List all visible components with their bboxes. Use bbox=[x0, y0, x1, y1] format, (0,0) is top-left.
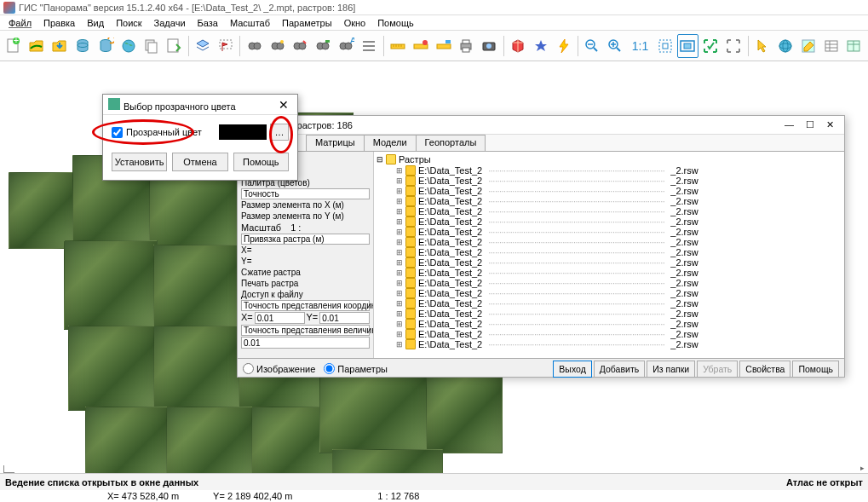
help-button-2[interactable]: Помощь bbox=[792, 361, 839, 378]
star-icon[interactable] bbox=[530, 34, 551, 58]
pick-color-button[interactable]: … bbox=[270, 124, 289, 141]
menu-edit[interactable]: Правка bbox=[38, 17, 80, 29]
cam-icon[interactable] bbox=[479, 34, 500, 58]
globe-icon[interactable] bbox=[118, 34, 139, 58]
copy-icon[interactable] bbox=[141, 34, 162, 58]
menubar: Файл Правка Вид Поиск Задачи База Масшта… bbox=[0, 15, 868, 31]
status-atlas: Атлас не открыт bbox=[786, 477, 863, 488]
print-icon[interactable] bbox=[456, 34, 477, 58]
list-icon[interactable] bbox=[359, 34, 380, 58]
flag-icon[interactable] bbox=[216, 34, 237, 58]
set-button[interactable]: Установить bbox=[112, 153, 167, 171]
radio-params[interactable]: Параметры bbox=[324, 363, 388, 374]
remove-button[interactable]: Убрать bbox=[697, 361, 738, 378]
tree-item[interactable]: ⊞E:\Data_Test_2·························… bbox=[376, 329, 842, 339]
tree-item[interactable]: ⊞E:\Data_Test_2·························… bbox=[376, 227, 842, 237]
list-window-titlebar[interactable]: ых - карт: 1, растров: 186 — ☐ ✕ bbox=[238, 116, 844, 135]
menu-view[interactable]: Вид bbox=[82, 17, 109, 29]
tree-item[interactable]: ⊞E:\Data_Test_2·························… bbox=[376, 237, 842, 247]
fit-icon[interactable] bbox=[677, 34, 698, 58]
radio-image[interactable]: Изображение bbox=[243, 363, 315, 374]
globe2-icon[interactable] bbox=[774, 34, 796, 58]
check-bounds-icon[interactable] bbox=[700, 34, 721, 58]
tree-item[interactable]: ⊞E:\Data_Test_2·························… bbox=[376, 196, 842, 206]
layers-icon[interactable] bbox=[193, 34, 214, 58]
tree-item[interactable]: ⊞E:\Data_Test_2·························… bbox=[376, 206, 842, 216]
ruler2-icon[interactable] bbox=[410, 34, 431, 58]
scale-11-icon[interactable]: 1:1 bbox=[628, 34, 652, 58]
close-icon[interactable]: ✕ bbox=[826, 119, 834, 130]
tree-root[interactable]: ⊟ Растры bbox=[376, 153, 842, 165]
precision-y-input[interactable] bbox=[319, 312, 370, 324]
dialog-titlebar[interactable]: Выбор прозрачного цвета ✕ bbox=[103, 95, 297, 115]
open-icon[interactable] bbox=[26, 34, 48, 58]
svg-rect-51 bbox=[684, 43, 691, 49]
tree-item[interactable]: ⊞E:\Data_Test_2·························… bbox=[376, 319, 842, 329]
tree-item[interactable]: ⊞E:\Data_Test_2·························… bbox=[376, 339, 842, 349]
ruler-icon[interactable] bbox=[387, 34, 408, 58]
ruler3-icon[interactable] bbox=[433, 34, 454, 58]
zoom-out-icon[interactable] bbox=[582, 34, 603, 58]
raster-tree[interactable]: ⊟ Растры ⊞E:\Data_Test_2················… bbox=[374, 152, 844, 358]
properties-button[interactable]: Свойства bbox=[739, 361, 790, 378]
tree-item[interactable]: ⊞E:\Data_Test_2·························… bbox=[376, 247, 842, 257]
bolt-icon[interactable] bbox=[553, 34, 574, 58]
tree-item[interactable]: ⊞E:\Data_Test_2·························… bbox=[376, 268, 842, 278]
precision-val-input[interactable] bbox=[241, 337, 370, 349]
exit-button[interactable]: Выход bbox=[553, 361, 591, 378]
file-icon bbox=[405, 298, 416, 309]
binoc1-icon[interactable] bbox=[244, 34, 265, 58]
tree-item[interactable]: ⊞E:\Data_Test_2·························… bbox=[376, 278, 842, 288]
tree-item[interactable]: ⊞E:\Data_Test_2·························… bbox=[376, 309, 842, 319]
menu-scale[interactable]: Масштаб bbox=[225, 17, 275, 29]
cancel-button[interactable]: Отмена bbox=[172, 153, 227, 171]
minimize-icon[interactable]: — bbox=[785, 119, 794, 130]
binoc4-icon[interactable] bbox=[313, 34, 334, 58]
db-icon[interactable] bbox=[72, 34, 94, 58]
tree-item[interactable]: ⊞E:\Data_Test_2·························… bbox=[376, 298, 842, 309]
pointer-icon[interactable] bbox=[752, 34, 773, 58]
new-icon[interactable]: + bbox=[3, 34, 25, 58]
menu-help[interactable]: Помощь bbox=[372, 17, 419, 29]
export-icon[interactable] bbox=[164, 34, 185, 58]
save-icon[interactable] bbox=[49, 34, 71, 58]
tree-item[interactable]: ⊞E:\Data_Test_2·························… bbox=[376, 165, 842, 176]
maximize-icon[interactable]: ☐ bbox=[806, 119, 814, 130]
menu-base[interactable]: База bbox=[193, 17, 223, 29]
menu-file[interactable]: Файл bbox=[3, 17, 37, 29]
menu-window[interactable]: Окно bbox=[339, 17, 371, 29]
precision-x-input[interactable] bbox=[255, 312, 305, 324]
tab-geoportals[interactable]: Геопорталы bbox=[416, 135, 486, 151]
binoc3-icon[interactable] bbox=[290, 34, 311, 58]
tree-item[interactable]: ⊞E:\Data_Test_2·························… bbox=[376, 176, 842, 186]
extent-icon[interactable] bbox=[654, 34, 675, 58]
tree-item[interactable]: ⊞E:\Data_Test_2·························… bbox=[376, 257, 842, 268]
menu-params[interactable]: Параметры bbox=[277, 17, 337, 29]
tab-models[interactable]: Модели bbox=[364, 135, 417, 151]
zoom-in-icon[interactable] bbox=[605, 34, 626, 58]
bounds-icon[interactable] bbox=[723, 34, 744, 58]
svg-point-52 bbox=[779, 40, 791, 52]
tab-matrices[interactable]: Матрицы bbox=[306, 135, 365, 151]
svg-point-40 bbox=[486, 43, 491, 49]
from-folder-button[interactable]: Из папки bbox=[647, 361, 695, 378]
svg-rect-35 bbox=[445, 40, 451, 43]
binoc2-icon[interactable] bbox=[267, 34, 288, 58]
transparent-checkbox[interactable] bbox=[112, 127, 123, 138]
tree-item[interactable]: ⊞E:\Data_Test_2·························… bbox=[376, 186, 842, 196]
help-button[interactable]: Помощь bbox=[233, 153, 289, 171]
close-icon[interactable]: ✕ bbox=[275, 96, 292, 113]
add-button[interactable]: Добавить bbox=[594, 361, 645, 378]
menu-tasks[interactable]: Задачи bbox=[149, 17, 191, 29]
binoc5-icon[interactable]: A bbox=[336, 34, 357, 58]
table2-icon[interactable] bbox=[843, 34, 865, 58]
cube-icon[interactable] bbox=[508, 34, 529, 58]
tree-item[interactable]: ⊞E:\Data_Test_2·························… bbox=[376, 216, 842, 227]
table-icon[interactable] bbox=[820, 34, 842, 58]
db-refresh-icon[interactable] bbox=[95, 34, 116, 58]
edit-map-icon[interactable] bbox=[797, 34, 819, 58]
menu-search[interactable]: Поиск bbox=[111, 17, 147, 29]
file-icon bbox=[405, 237, 416, 247]
checkbox-label: Прозрачный цвет bbox=[126, 127, 202, 137]
tree-item[interactable]: ⊞E:\Data_Test_2·························… bbox=[376, 288, 842, 298]
